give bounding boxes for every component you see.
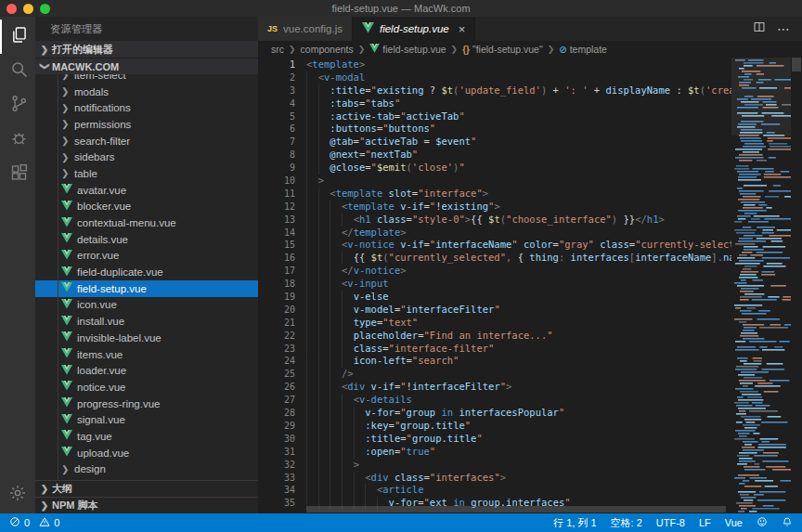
line-number[interactable]: 32 [258, 459, 295, 472]
breadcrumb-item-template[interactable]: ⊘template [559, 44, 607, 55]
line-number[interactable]: 22 [258, 330, 295, 343]
tree-item-permissions[interactable]: ❯permissions [35, 116, 258, 133]
line-number[interactable]: 1 [258, 58, 295, 71]
code-line-25[interactable]: 25 /> [258, 368, 731, 381]
line-number[interactable]: 20 [258, 304, 295, 317]
line-number[interactable]: 29 [258, 420, 295, 433]
tree-item-design[interactable]: ❯design [35, 461, 258, 478]
tree-item-error.vue[interactable]: error.vue [35, 248, 258, 265]
line-number[interactable]: 25 [258, 368, 295, 381]
tree-item-avatar.vue[interactable]: avatar.vue [35, 182, 258, 199]
status-language-mode[interactable]: Vue [725, 517, 743, 528]
line-number[interactable]: 23 [258, 343, 295, 356]
line-number[interactable]: 15 [258, 239, 295, 252]
code-line-11[interactable]: 11 <template slot="interface"> [258, 188, 731, 201]
line-number[interactable]: 14 [258, 227, 295, 240]
code-line-34[interactable]: 34 <article [258, 484, 731, 497]
line-number[interactable]: 12 [258, 201, 295, 214]
tree-item-field-setup.vue[interactable]: field-setup.vue [35, 280, 258, 297]
breadcrumb-item--field-setup.vue-[interactable]: {}"field-setup.vue" [462, 44, 543, 55]
tree-item-sidebars[interactable]: ❯sidebars [35, 149, 258, 165]
window-controls[interactable] [6, 4, 50, 14]
line-number[interactable]: 3 [258, 84, 295, 97]
line-number[interactable]: 5 [258, 110, 295, 123]
line-number[interactable]: 31 [258, 446, 295, 459]
breadcrumb-item-field-setup.vue[interactable]: field-setup.vue [369, 44, 446, 55]
breadcrumb-item-src[interactable]: src [271, 44, 284, 55]
code-line-1[interactable]: 1<template> [258, 58, 731, 71]
code-line-2[interactable]: 2 <v-modal [258, 71, 731, 84]
code-line-4[interactable]: 4 :tabs="tabs" [258, 97, 731, 110]
code-line-32[interactable]: 32 > [258, 459, 731, 472]
code-line-6[interactable]: 6 :buttons="buttons" [258, 123, 731, 136]
tree-item-events[interactable]: ❯events [35, 477, 258, 480]
root-folder-section[interactable]: ❯ MACWK.COM [35, 58, 258, 74]
code-line-13[interactable]: 13 <h1 class="style-0">{{ $t("choose_int… [258, 214, 731, 227]
activity-bar-item-extensions[interactable] [0, 157, 35, 191]
status-encoding[interactable]: UTF-8 [656, 517, 685, 528]
code-line-16[interactable]: 16 {{ $t("currently_selected", { thing: … [258, 252, 731, 265]
line-number[interactable]: 9 [258, 162, 295, 175]
zoom-window-button[interactable] [40, 4, 50, 14]
line-number[interactable]: 35 [258, 497, 295, 510]
status-notifications[interactable] [782, 516, 793, 529]
minimap[interactable] [731, 58, 791, 513]
open-editors-section[interactable]: ❯ 打开的编辑器 [35, 41, 258, 58]
tree-item-signal.vue[interactable]: signal.vue [35, 411, 258, 428]
more-actions-icon[interactable]: ⋯ [777, 21, 791, 36]
status-errors[interactable]: 0 [9, 516, 30, 529]
tree-item-field-duplicate.vue[interactable]: field-duplicate.vue [35, 264, 258, 280]
status-cursor-position[interactable]: 行 1, 列 1 [553, 516, 596, 530]
code-line-27[interactable]: 27 <v-details [258, 394, 731, 407]
code-line-21[interactable]: 21 type="text" [258, 317, 731, 330]
status-eol[interactable]: LF [699, 517, 711, 528]
line-number[interactable]: 7 [258, 136, 295, 149]
line-number[interactable]: 30 [258, 433, 295, 446]
line-number[interactable]: 24 [258, 355, 295, 368]
code-line-23[interactable]: 23 class="interface-filter" [258, 343, 731, 356]
vertical-scrollbar-handle[interactable] [792, 58, 801, 71]
line-number[interactable]: 8 [258, 149, 295, 162]
tree-item-install.vue[interactable]: install.vue [35, 313, 258, 330]
code-line-15[interactable]: 15 <v-notice v-if="interfaceName" color=… [258, 239, 731, 252]
tree-item-invisible-label.vue[interactable]: invisible-label.vue [35, 330, 258, 346]
line-number[interactable]: 33 [258, 472, 295, 485]
activity-bar-item-source-control[interactable] [0, 88, 35, 123]
breadcrumb-item-components[interactable]: components [301, 44, 354, 55]
tab-vue.config.js[interactable]: JSvue.config.js [258, 17, 353, 41]
close-icon[interactable]: × [459, 23, 466, 35]
status-feedback[interactable] [757, 516, 768, 529]
line-number[interactable]: 11 [258, 188, 295, 201]
minimize-window-button[interactable] [23, 4, 33, 14]
code-line-26[interactable]: 26 <div v-if="!interfaceFilter"> [258, 381, 731, 394]
line-number[interactable]: 27 [258, 394, 295, 407]
code-line-22[interactable]: 22 placeholder="Find an interface..." [258, 330, 731, 343]
code-line-28[interactable]: 28 v-for="group in interfacesPopular" [258, 407, 731, 420]
code-line-3[interactable]: 3 :title="existing ? $t('update_field') … [258, 84, 731, 97]
code-line-24[interactable]: 24 icon-left="search" [258, 355, 731, 368]
line-number[interactable]: 18 [258, 278, 295, 291]
tree-item-item-select[interactable]: ❯item-select [35, 74, 258, 84]
activity-bar-item-run-debug[interactable] [0, 123, 35, 157]
code-line-14[interactable]: 14 </template> [258, 227, 731, 240]
close-window-button[interactable] [6, 4, 17, 14]
tree-item-blocker.vue[interactable]: blocker.vue [35, 199, 258, 215]
code-line-12[interactable]: 12 <template v-if="!existing"> [258, 201, 731, 214]
line-number[interactable]: 6 [258, 123, 295, 136]
activity-bar-item-explorer[interactable] [0, 19, 35, 54]
code-line-31[interactable]: 31 :open="true" [258, 446, 731, 459]
code-line-5[interactable]: 5 :active-tab="activeTab" [258, 110, 731, 123]
code-line-18[interactable]: 18 <v-input [258, 278, 731, 291]
tree-item-tag.vue[interactable]: tag.vue [35, 428, 258, 445]
line-number[interactable]: 10 [258, 175, 295, 188]
line-number[interactable]: 4 [258, 97, 295, 110]
vertical-scrollbar[interactable] [791, 58, 802, 513]
tree-item-search-filter[interactable]: ❯search-filter [35, 133, 258, 149]
line-number[interactable]: 13 [258, 214, 295, 227]
tree-item-notifications[interactable]: ❯notifications [35, 99, 258, 116]
line-number[interactable]: 34 [258, 484, 295, 497]
code-line-33[interactable]: 33 <div class="interfaces"> [258, 472, 731, 485]
code-line-17[interactable]: 17 </v-notice> [258, 265, 731, 278]
code-editor[interactable]: 1<template>2 <v-modal3 :title="existing … [258, 58, 802, 513]
line-number[interactable]: 28 [258, 407, 295, 420]
